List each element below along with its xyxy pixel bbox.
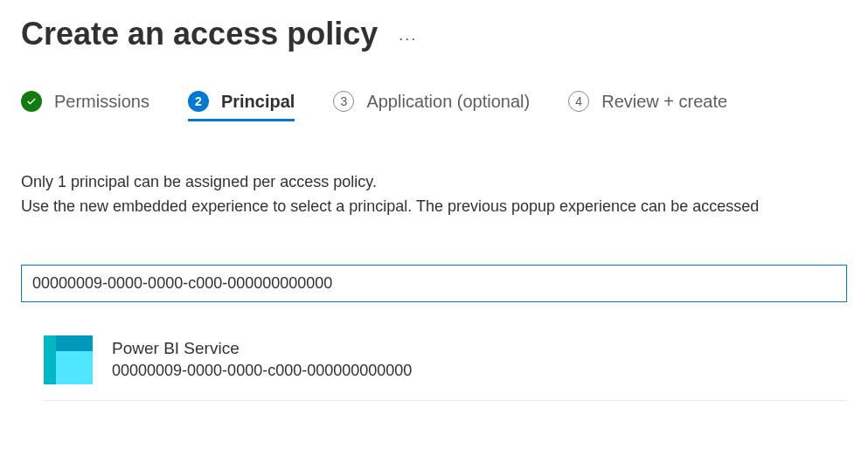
principal-description: Only 1 principal can be assigned per acc… [21,170,847,219]
tab-label: Review + create [601,91,727,112]
svg-rect-2 [44,335,56,384]
result-name: Power BI Service [112,338,412,360]
result-id: 00000009-0000-0000-c000-000000000000 [112,360,412,382]
tab-permissions[interactable]: Permissions [21,91,149,121]
more-actions-button[interactable]: ··· [399,21,417,48]
tab-application[interactable]: 3 Application (optional) [333,91,530,121]
tab-principal[interactable]: 2 Principal [188,91,295,121]
step-number-badge: 3 [333,91,354,112]
step-number-badge: 4 [568,91,589,112]
description-line: Use the new embedded experience to selec… [21,195,847,219]
power-bi-icon [44,335,93,384]
tab-label: Application (optional) [366,91,530,112]
principal-search-input[interactable] [21,265,847,302]
step-number-badge: 2 [188,91,209,112]
page-title: Create an access policy [21,16,378,52]
tab-label: Principal [221,91,295,112]
checkmark-icon [21,91,42,112]
principal-result-item[interactable]: Power BI Service 00000009-0000-0000-c000… [44,327,847,401]
description-line: Only 1 principal can be assigned per acc… [21,170,847,195]
wizard-tabs: Permissions 2 Principal 3 Application (o… [21,91,847,121]
tab-review-create[interactable]: 4 Review + create [568,91,727,121]
search-results: Power BI Service 00000009-0000-0000-c000… [21,327,847,401]
tab-label: Permissions [54,91,149,112]
